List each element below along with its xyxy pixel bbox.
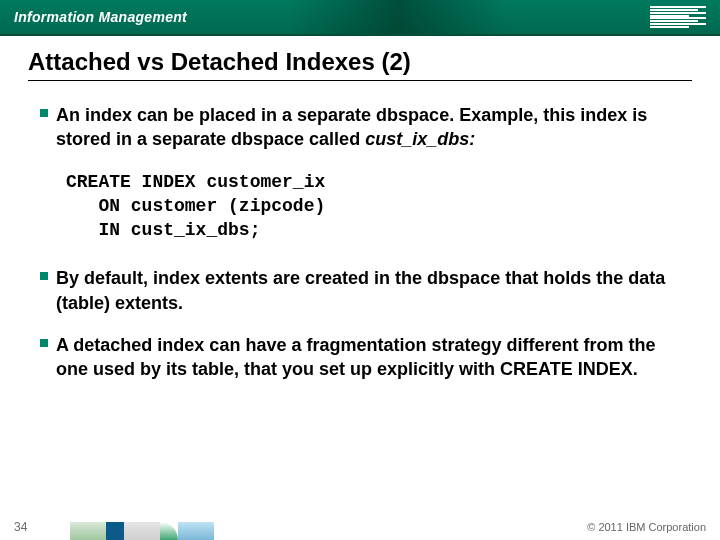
bullet-2: By default, index extents are created in… <box>40 266 692 315</box>
ibm-logo <box>650 6 706 28</box>
page-number: 34 <box>14 520 27 534</box>
bullet-square-icon <box>40 109 48 117</box>
footer: 34 © 2011 IBM Corporation <box>0 520 720 534</box>
bullet-1-code: cust_ix_dbs: <box>365 129 475 149</box>
header-accent <box>288 0 508 34</box>
bullet-1: An index can be placed in a separate dbs… <box>40 103 692 152</box>
bullet-1-pre: An index can be placed in a separate dbs… <box>56 105 647 149</box>
header-title: Information Management <box>14 9 187 25</box>
slide-body: Attached vs Detached Indexes (2) An inde… <box>0 34 720 382</box>
bullet-1-text: An index can be placed in a separate dbs… <box>56 103 692 152</box>
header-bar: Information Management <box>0 0 720 34</box>
copyright: © 2011 IBM Corporation <box>587 521 706 533</box>
bullet-square-icon <box>40 272 48 280</box>
bullet-3: A detached index can have a fragmentatio… <box>40 333 692 382</box>
slide-title: Attached vs Detached Indexes (2) <box>28 48 692 76</box>
bullet-3-text: A detached index can have a fragmentatio… <box>56 333 692 382</box>
bullet-2-text: By default, index extents are created in… <box>56 266 692 315</box>
bullet-square-icon <box>40 339 48 347</box>
title-underline <box>28 80 692 81</box>
code-block: CREATE INDEX customer_ix ON customer (zi… <box>66 170 692 243</box>
